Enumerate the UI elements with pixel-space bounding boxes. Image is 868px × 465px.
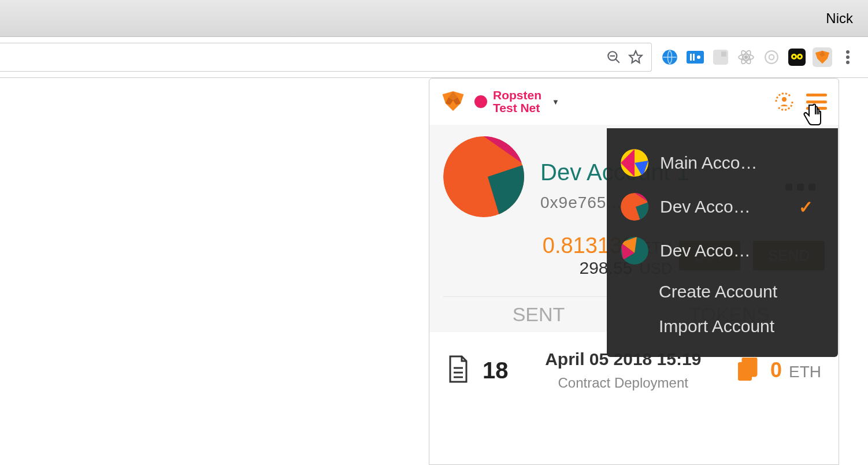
svg-rect-38 xyxy=(743,358,756,376)
import-account-button[interactable]: Import Account xyxy=(617,307,828,342)
switcher-item-dev-2[interactable]: Dev Acco… xyxy=(617,229,828,273)
svg-point-8 xyxy=(697,55,700,59)
svg-point-15 xyxy=(765,51,778,64)
switcher-item-label: Dev Acco… xyxy=(660,241,787,261)
tx-description: Contract Deployment xyxy=(521,375,725,391)
create-account-button[interactable]: Create Account xyxy=(617,273,828,307)
svg-point-24 xyxy=(846,50,850,54)
tx-nonce: 18 xyxy=(483,358,509,384)
svg-rect-10 xyxy=(721,51,726,57)
svg-point-16 xyxy=(769,55,774,60)
copy-icon[interactable] xyxy=(738,358,758,383)
extension-owl-icon[interactable] xyxy=(787,47,807,67)
zoom-out-icon[interactable] xyxy=(603,46,625,68)
avatar-icon xyxy=(621,193,648,221)
document-icon xyxy=(447,355,470,385)
switcher-item-dev-1[interactable]: Dev Acco… ✓ xyxy=(617,185,828,229)
extension-5-icon[interactable] xyxy=(762,47,781,67)
switcher-item-label: Dev Acco… xyxy=(660,197,787,217)
metamask-logo-icon xyxy=(441,90,465,114)
mac-titlebar: Nick xyxy=(0,0,868,37)
account-avatar-icon xyxy=(443,136,524,217)
svg-rect-5 xyxy=(687,51,704,64)
svg-point-25 xyxy=(846,55,850,59)
svg-point-26 xyxy=(846,61,850,64)
network-indicator-icon xyxy=(474,95,487,108)
hamburger-menu-button[interactable] xyxy=(806,94,827,110)
extension-3-icon[interactable] xyxy=(711,47,730,67)
tab-sent[interactable]: SENT xyxy=(443,297,634,332)
svg-rect-7 xyxy=(693,54,695,61)
address-bar[interactable] xyxy=(0,43,652,72)
switcher-item-main[interactable]: Main Acco… xyxy=(617,141,828,185)
svg-rect-17 xyxy=(788,49,806,66)
check-icon: ✓ xyxy=(799,197,813,217)
svg-point-20 xyxy=(793,55,795,58)
tx-amount-unit: ETH xyxy=(789,363,821,381)
network-selector[interactable]: RopstenTest Net ▼ xyxy=(493,89,559,114)
extension-react-icon[interactable] xyxy=(736,47,756,67)
chevron-down-icon: ▼ xyxy=(552,98,559,106)
svg-point-14 xyxy=(745,56,748,59)
extension-globe-icon[interactable] xyxy=(660,47,680,67)
network-label: RopstenTest Net xyxy=(493,89,541,114)
mac-user-name: Nick xyxy=(826,10,853,27)
extension-metamask-icon[interactable] xyxy=(813,47,832,67)
browser-menu-icon[interactable] xyxy=(838,47,858,67)
svg-rect-6 xyxy=(690,54,692,61)
extension-strip xyxy=(660,47,868,67)
star-icon[interactable] xyxy=(625,46,647,68)
svg-marker-3 xyxy=(629,51,642,63)
avatar-icon xyxy=(621,149,648,177)
extension-dev-icon[interactable] xyxy=(685,47,705,67)
tx-amount: 0 xyxy=(770,358,782,382)
account-switcher-menu: Main Acco… Dev Acco… ✓ Dev Acco… Create … xyxy=(607,128,838,357)
svg-point-21 xyxy=(799,55,801,58)
avatar-icon xyxy=(621,237,648,265)
svg-line-1 xyxy=(615,59,620,63)
svg-point-31 xyxy=(782,97,787,102)
popup-header: RopstenTest Net ▼ xyxy=(429,79,839,125)
switcher-item-label: Main Acco… xyxy=(660,153,787,173)
browser-toolbar xyxy=(0,37,868,78)
account-switcher-button[interactable] xyxy=(773,90,796,113)
